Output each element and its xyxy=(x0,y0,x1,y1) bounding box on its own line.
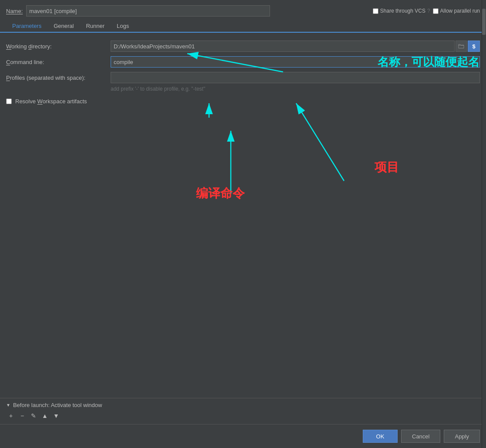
tab-general[interactable]: General xyxy=(47,20,80,33)
name-input[interactable] xyxy=(26,5,270,17)
share-vcs-group: Share through VCS ? xyxy=(373,8,430,14)
cancel-button[interactable]: Cancel xyxy=(401,430,440,443)
profiles-hint: add prefix '-' to disable profile, e.g. … xyxy=(6,86,480,92)
tabs-bar: Parameters General Runner Logs xyxy=(0,20,486,33)
profiles-input-wrap xyxy=(111,72,480,83)
edit-button[interactable]: ✎ xyxy=(29,411,38,421)
collapse-triangle-icon: ▼ xyxy=(6,403,10,407)
command-line-input-wrap xyxy=(111,56,480,68)
before-launch-label: Before launch: Activate tool window xyxy=(13,402,102,408)
header-row: Name: Share through VCS ? Allow parallel… xyxy=(0,0,486,20)
browse-folder-button[interactable] xyxy=(456,41,467,52)
tab-runner[interactable]: Runner xyxy=(80,20,111,33)
help-icon: ? xyxy=(427,8,430,14)
before-launch-toolbar: + − ✎ ▲ ▼ xyxy=(6,411,480,421)
working-directory-label: Working directory: xyxy=(6,43,106,50)
command-line-input[interactable] xyxy=(111,56,480,68)
add-button[interactable]: + xyxy=(6,411,16,421)
name-label: Name: xyxy=(6,8,23,14)
ok-button[interactable]: OK xyxy=(363,430,398,443)
working-directory-row: Working directory: $ xyxy=(6,41,480,52)
svg-line-4 xyxy=(296,103,344,181)
footer-buttons: OK Cancel Apply xyxy=(0,424,486,448)
scrollbar-track[interactable] xyxy=(482,0,486,448)
remove-button[interactable]: − xyxy=(17,411,27,421)
scrollbar-thumb[interactable] xyxy=(482,9,486,35)
tab-parameters[interactable]: Parameters xyxy=(6,20,47,33)
profiles-row: Profiles (separated with space): xyxy=(6,72,480,83)
command-line-label: Command line: xyxy=(6,59,106,65)
apply-button[interactable]: Apply xyxy=(444,430,480,443)
variables-button[interactable]: $ xyxy=(468,41,480,52)
annotation-compile-text: 编译命令 xyxy=(196,185,245,202)
profiles-label: Profiles (separated with space): xyxy=(6,75,106,81)
allow-parallel-label: Allow parallel run xyxy=(440,8,480,14)
allow-parallel-group: Allow parallel run xyxy=(433,8,480,14)
annotation-project-text: 项目 xyxy=(375,159,399,176)
working-directory-input[interactable] xyxy=(111,41,455,52)
header-right: Share through VCS ? Allow parallel run xyxy=(373,8,480,14)
run-configuration-dialog: Name: Share through VCS ? Allow parallel… xyxy=(0,0,486,448)
before-launch-section: ▼ Before launch: Activate tool window + … xyxy=(0,398,486,424)
resolve-workspace-checkbox[interactable] xyxy=(6,98,12,104)
move-down-button[interactable]: ▼ xyxy=(51,411,61,421)
resolve-workspace-label: Resolve Workspace artifacts xyxy=(15,98,87,105)
before-launch-header[interactable]: ▼ Before launch: Activate tool window xyxy=(6,402,480,408)
content-area: Working directory: $ Command line: xyxy=(0,33,486,398)
annotation-name-hint: 名称，可以随便起名 xyxy=(371,33,473,35)
resolve-workspace-row: Resolve Workspace artifacts xyxy=(6,98,480,105)
command-line-row: Command line: xyxy=(6,56,480,68)
move-up-button[interactable]: ▲ xyxy=(40,411,50,421)
tab-logs[interactable]: Logs xyxy=(111,20,135,33)
working-directory-input-wrap: $ xyxy=(111,41,480,52)
share-vcs-checkbox[interactable] xyxy=(373,8,378,14)
profiles-input[interactable] xyxy=(111,72,480,83)
allow-parallel-checkbox[interactable] xyxy=(433,8,439,14)
share-vcs-label: Share through VCS xyxy=(380,8,425,14)
